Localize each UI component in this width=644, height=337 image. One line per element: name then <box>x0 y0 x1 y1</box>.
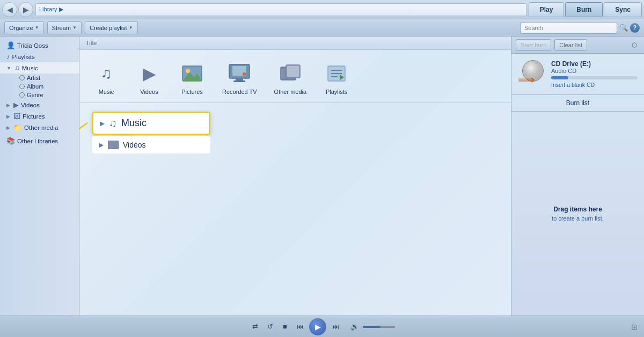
artist-circle-icon <box>19 75 25 80</box>
stream-arrow-icon: ▼ <box>72 25 77 30</box>
organize-button[interactable]: Organize ▼ <box>4 21 44 34</box>
sync-tab[interactable]: Sync <box>604 2 642 17</box>
create-playlist-arrow-icon: ▼ <box>129 25 133 30</box>
back-button[interactable]: ◀ <box>2 2 17 17</box>
cd-insert-message: Insert a blank CD <box>551 82 638 88</box>
stream-button[interactable]: Stream ▼ <box>47 21 82 34</box>
sidebar-genre-label: Genre <box>27 92 43 98</box>
videos-expand-icon: ▶ <box>6 102 10 108</box>
content-area: Title ♫ Music ▶ Videos Pictures <box>79 36 511 316</box>
media-icon-videos[interactable]: ▶ Videos <box>133 58 165 97</box>
music-expand-icon: ▼ <box>6 65 11 71</box>
cd-type: Audio CD <box>551 68 638 74</box>
sidebar-item-music[interactable]: ▼ ♫ Music <box>0 62 79 74</box>
videos-list-item[interactable]: ▶ Videos <box>92 136 210 153</box>
media-icon-other[interactable]: Other media <box>271 58 310 97</box>
videos-media-icon: ▶ <box>136 61 162 86</box>
media-icon-music[interactable]: ♫ Music <box>90 58 122 97</box>
title-bar: Title <box>79 36 511 50</box>
libraries-icon: 📚 <box>6 137 15 145</box>
drag-here-subtext: to create a burn list. <box>552 215 604 222</box>
sidebar-section-libraries: 📚 Other Libraries <box>0 135 79 146</box>
music-row-expand-icon: ▶ <box>100 120 105 127</box>
svg-point-7 <box>243 72 246 76</box>
music-icon: ♫ <box>14 64 20 72</box>
annotation-arrow <box>79 103 511 316</box>
sidebar-playlists-label: Playlists <box>12 54 35 60</box>
genre-circle-icon <box>19 92 25 98</box>
content-main: ▶ ♫ Music ▶ Videos <box>79 103 511 316</box>
nav-arrows: ◀ ▶ <box>2 2 33 17</box>
title-col-label: Title <box>86 40 97 46</box>
drag-here-text: Drag items here <box>553 206 602 213</box>
user-icon: 👤 <box>6 41 15 49</box>
playback-bar: ⇄ ↺ ■ ⏮ ▶ ⏭ 🔊 ⊞ <box>0 316 644 337</box>
next-button[interactable]: ⏭ <box>330 321 341 333</box>
create-playlist-button[interactable]: Create playlist ▼ <box>85 21 138 34</box>
cd-icon-area: ⟹ <box>518 60 546 88</box>
main-layout: 👤 Tricia Goss ♪ Playlists ▼ ♫ Music Arti… <box>0 36 644 316</box>
organize-arrow-icon: ▼ <box>35 25 39 30</box>
sidebar-pictures-label: Pictures <box>23 113 45 120</box>
sidebar-item-artist[interactable]: Artist <box>11 74 79 82</box>
tab-controls: Play Burn Sync <box>529 2 642 17</box>
other-media-icon-img <box>277 61 303 86</box>
shuffle-button[interactable]: ⇄ <box>249 321 261 333</box>
repeat-button[interactable]: ↺ <box>264 321 276 333</box>
burn-tab[interactable]: Burn <box>565 2 603 17</box>
videos-media-label: Videos <box>140 89 158 95</box>
sidebar-music-submenu: Artist Album Genre <box>0 74 79 99</box>
sidebar-item-pictures[interactable]: ▶ 🖼 Pictures <box>0 111 79 122</box>
organize-label: Organize <box>9 25 33 31</box>
drag-here-area: Drag items here to create a burn list. <box>511 112 644 316</box>
sidebar-item-album[interactable]: Album <box>11 82 79 91</box>
sidebar-item-other-libraries[interactable]: 📚 Other Libraries <box>0 135 79 146</box>
prev-button[interactable]: ⏮ <box>294 321 306 333</box>
pictures-expand-icon: ▶ <box>6 114 10 119</box>
media-icon-recorded-tv[interactable]: Recorded TV <box>219 58 260 97</box>
stream-label: Stream <box>52 25 71 31</box>
media-icon-playlists[interactable]: Playlists <box>320 58 353 97</box>
pictures-media-icon <box>179 61 205 86</box>
sidebar-item-videos[interactable]: ▶ ▶ Videos <box>0 99 79 111</box>
cd-progress-bar-container <box>551 76 638 79</box>
help-button[interactable]: ? <box>630 23 640 33</box>
videos-row-icon <box>108 141 119 149</box>
breadcrumb: Library ▶ <box>35 3 526 16</box>
pictures-media-label: Pictures <box>181 89 203 95</box>
cd-drive-name: CD Drive (E:) <box>551 60 638 68</box>
breadcrumb-text: Library ▶ <box>39 6 63 13</box>
volume-fill <box>363 326 380 328</box>
volume-icon: 🔊 <box>349 321 361 333</box>
music-list-item-highlighted[interactable]: ▶ ♫ Music <box>92 112 210 135</box>
music-media-label: Music <box>99 89 114 95</box>
play-pause-button[interactable]: ▶ <box>309 318 326 335</box>
cd-text-area: CD Drive (E:) Audio CD Insert a blank CD <box>551 60 638 88</box>
sidebar: 👤 Tricia Goss ♪ Playlists ▼ ♫ Music Arti… <box>0 36 79 316</box>
sidebar-music-label: Music <box>22 65 38 71</box>
sidebar-artist-label: Artist <box>27 75 40 81</box>
main-toolbar: Organize ▼ Stream ▼ Create playlist ▼ 🔍 … <box>0 19 644 36</box>
start-burn-button[interactable]: Start burn <box>516 39 551 51</box>
media-icon-pictures[interactable]: Pictures <box>176 58 208 97</box>
sidebar-item-user[interactable]: 👤 Tricia Goss <box>0 40 79 51</box>
pictures-icon: 🖼 <box>13 112 20 120</box>
expand-panel-button[interactable]: ⬡ <box>629 40 640 50</box>
forward-button[interactable]: ▶ <box>18 2 33 17</box>
search-icon[interactable]: 🔍 <box>619 24 628 32</box>
burn-list-label: Burn list <box>511 95 644 112</box>
clear-list-button[interactable]: Clear list <box>554 39 587 51</box>
svg-rect-6 <box>233 80 245 82</box>
fullscreen-button[interactable]: ⊞ <box>631 323 638 331</box>
volume-slider[interactable] <box>363 326 395 328</box>
sidebar-item-playlists[interactable]: ♪ Playlists <box>0 51 79 62</box>
top-navigation-bar: ◀ ▶ Library ▶ Play Burn Sync <box>0 0 644 19</box>
videos-row-expand-icon: ▶ <box>99 141 104 149</box>
play-tab[interactable]: Play <box>529 2 565 17</box>
search-input[interactable] <box>521 22 617 34</box>
sidebar-item-genre[interactable]: Genre <box>11 91 79 99</box>
other-media-icon: 📁 <box>13 123 22 131</box>
sidebar-item-other-media[interactable]: ▶ 📁 Other media <box>0 122 79 133</box>
stop-button[interactable]: ■ <box>279 321 291 333</box>
create-playlist-label: Create playlist <box>90 25 127 31</box>
